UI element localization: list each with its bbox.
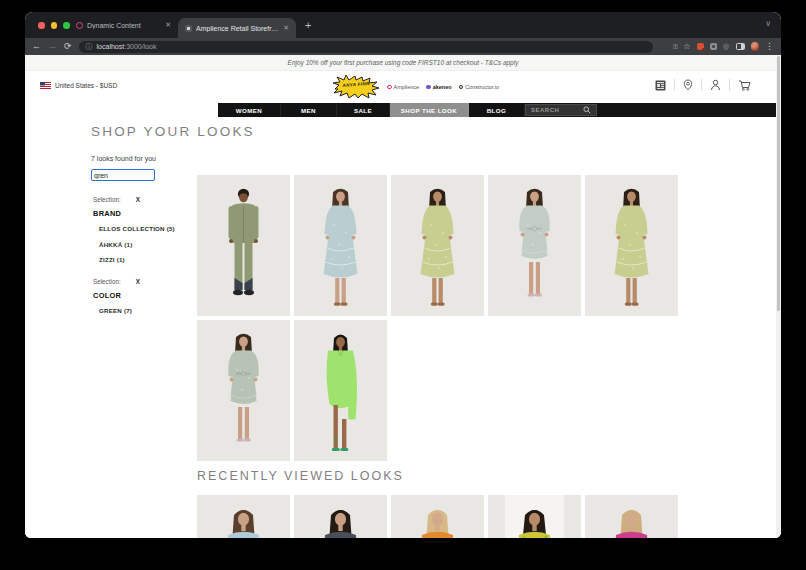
nav-bar: WOMENMENSALESHOP THE LOOKBLOG SEARCH xyxy=(218,103,776,117)
recent-look-tile[interactable] xyxy=(585,495,678,538)
recent-look-tile[interactable] xyxy=(294,495,387,538)
tab-title: Amplience Retail Storefront W... xyxy=(196,25,279,32)
recent-look-tile[interactable] xyxy=(488,495,581,538)
toolbar-right-icons: ⍐ ☆ ⋮ xyxy=(673,42,774,51)
storefront-favicon xyxy=(185,25,192,32)
divider xyxy=(674,79,675,91)
recent-look-tile[interactable] xyxy=(391,495,484,538)
header-icons xyxy=(655,79,751,91)
tab-bar: Dynamic Content ✕ Amplience Retail Store… xyxy=(25,12,781,38)
tab-search-chevron-icon[interactable]: ∨ xyxy=(765,19,771,28)
site-header: United States - $USD ANYA FINN Amplience… xyxy=(25,71,781,103)
constructor-icon xyxy=(459,85,464,90)
locale-selector[interactable]: United States - $USD xyxy=(40,82,117,89)
account-icon[interactable] xyxy=(710,79,721,91)
akeneo-icon xyxy=(426,85,431,90)
recent-look-tile[interactable] xyxy=(197,495,290,538)
share-icon[interactable]: ⍐ xyxy=(673,43,677,50)
kiosk-icon[interactable] xyxy=(655,80,666,91)
divider xyxy=(701,79,702,91)
look-tile[interactable] xyxy=(585,175,678,316)
tab-dynamic-content[interactable]: Dynamic Content ✕ xyxy=(69,12,178,38)
extension-icon[interactable] xyxy=(710,43,717,50)
filter-option[interactable]: ELLOS COLLECTION (5) xyxy=(99,225,208,232)
selection-row: Selection:X xyxy=(93,196,140,203)
filter-option[interactable]: ÁHKKÁ (1) xyxy=(99,241,208,248)
look-tile[interactable] xyxy=(197,175,290,316)
promo-banner: Enjoy 10% off your first purchase using … xyxy=(25,55,781,71)
browser-window: Dynamic Content ✕ Amplience Retail Store… xyxy=(25,12,781,538)
partner-constructor: Constructor.io xyxy=(459,84,499,90)
main-content: SHOP YOUR LOOKS 7 looks found for you Se… xyxy=(25,117,781,538)
recently-viewed-title: RECENTLY VIEWED LOOKS xyxy=(197,469,404,483)
filter-group-brand: Selection:XBRANDELLOS COLLECTION (5)ÁHKK… xyxy=(93,196,208,263)
logo-group: ANYA FINN Amplience akeneo Constructor.i… xyxy=(333,75,499,99)
locale-label: United States - $USD xyxy=(55,82,117,89)
tab-close-icon[interactable]: ✕ xyxy=(165,21,171,29)
cart-icon[interactable] xyxy=(738,79,751,91)
nav-search-box[interactable]: SEARCH xyxy=(525,104,597,116)
nav-row: WOMENMENSALESHOP THE LOOKBLOG SEARCH xyxy=(25,103,781,117)
divider xyxy=(729,79,730,91)
search-icon[interactable] xyxy=(583,106,591,114)
results-count: 7 looks found for you xyxy=(91,155,156,162)
close-window-icon[interactable] xyxy=(38,22,45,29)
tab-retail-storefront[interactable]: Amplience Retail Storefront W... ✕ xyxy=(178,18,296,38)
look-tile[interactable] xyxy=(294,175,387,316)
look-tile[interactable] xyxy=(391,175,484,316)
location-pin-icon[interactable] xyxy=(683,79,693,91)
side-panel-icon[interactable] xyxy=(736,43,745,50)
forward-icon[interactable]: → xyxy=(48,42,57,51)
looks-filter-input[interactable] xyxy=(91,169,155,181)
browser-toolbar: ← → ⟳ ⓘ localhost:3000/look ⍐ ☆ ⋮ xyxy=(25,38,781,55)
extension-icon[interactable] xyxy=(723,43,730,50)
tab-close-icon[interactable]: ✕ xyxy=(283,24,289,32)
tab-title: Dynamic Content xyxy=(87,22,161,29)
nav-item-women[interactable]: WOMEN xyxy=(218,103,281,117)
minimize-window-icon[interactable] xyxy=(51,22,58,29)
new-tab-icon[interactable]: + xyxy=(305,12,311,38)
extension-icon[interactable] xyxy=(697,43,704,50)
scrollbar-thumb[interactable] xyxy=(777,56,780,311)
us-flag-icon xyxy=(40,82,51,89)
clear-filter-button[interactable]: X xyxy=(136,196,140,203)
nav-item-men[interactable]: MEN xyxy=(281,103,337,117)
filter-group-title: COLOR xyxy=(93,291,208,300)
filter-group-title: BRAND xyxy=(93,209,208,218)
recently-viewed-row xyxy=(197,495,678,538)
nav-item-shop-the-look[interactable]: SHOP THE LOOK xyxy=(390,103,469,117)
filter-option[interactable]: GREEN (7) xyxy=(99,307,208,314)
promo-banner-text: Enjoy 10% off your first purchase using … xyxy=(288,59,519,66)
page-title: SHOP YOUR LOOKS xyxy=(91,124,255,139)
traffic-lights xyxy=(38,22,70,29)
look-tile[interactable] xyxy=(197,320,290,461)
nav-item-sale[interactable]: SALE xyxy=(337,103,390,117)
dynamic-content-favicon xyxy=(76,22,83,29)
scrollbar[interactable] xyxy=(776,55,781,538)
selection-row: Selection:X xyxy=(93,278,140,285)
look-tile[interactable] xyxy=(294,320,387,461)
nav-item-blog[interactable]: BLOG xyxy=(469,103,525,117)
back-icon[interactable]: ← xyxy=(32,42,41,51)
bookmark-star-icon[interactable]: ☆ xyxy=(683,43,690,51)
profile-avatar[interactable] xyxy=(751,42,760,51)
brand-logo[interactable]: ANYA FINN xyxy=(333,75,379,99)
zoom-window-icon[interactable] xyxy=(63,22,70,29)
menu-dots-icon[interactable]: ⋮ xyxy=(765,42,774,51)
reload-icon[interactable]: ⟳ xyxy=(64,42,72,51)
site-info-icon[interactable]: ⓘ xyxy=(86,42,93,52)
looks-grid xyxy=(197,175,678,461)
amplience-icon xyxy=(387,85,392,90)
address-bar[interactable]: ⓘ localhost:3000/look xyxy=(79,41,653,53)
filter-panel: Selection:XBRANDELLOS COLLECTION (5)ÁHKK… xyxy=(93,196,208,329)
look-tile[interactable] xyxy=(488,175,581,316)
page-content: Enjoy 10% off your first purchase using … xyxy=(25,55,781,538)
selection-label: Selection: xyxy=(93,196,121,203)
search-placeholder: SEARCH xyxy=(531,107,559,113)
clear-filter-button[interactable]: X xyxy=(136,278,140,285)
filter-option[interactable]: ZIZZI (1) xyxy=(99,256,208,263)
partner-logos: Amplience akeneo Constructor.io xyxy=(387,84,499,90)
url-host: localhost xyxy=(97,43,125,50)
selection-label: Selection: xyxy=(93,278,121,285)
partner-amplience: Amplience xyxy=(387,84,419,90)
